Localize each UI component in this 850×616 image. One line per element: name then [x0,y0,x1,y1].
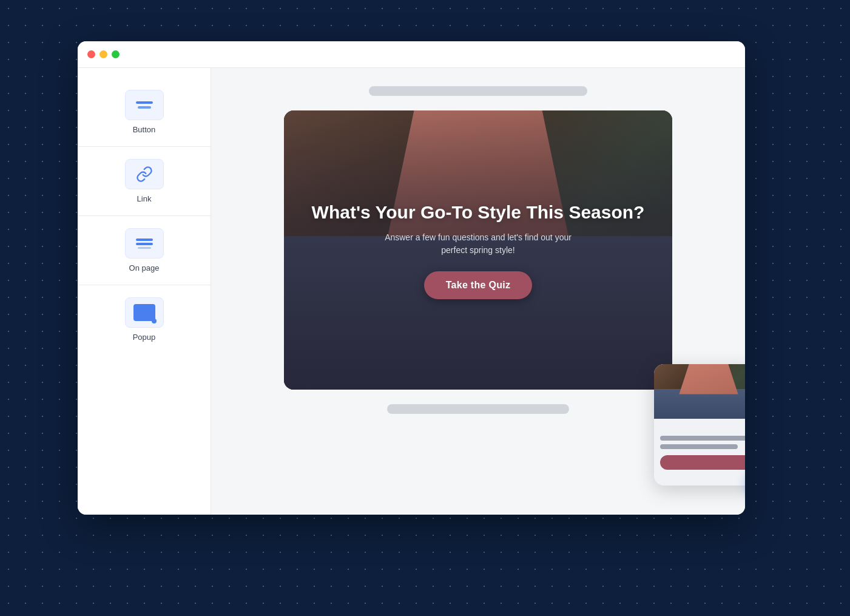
sidebar-item-popup[interactable]: Popup [78,285,211,354]
browser-window: Button Link [78,41,745,515]
window-controls [87,50,120,58]
button-tool-label: Button [133,125,156,134]
onpage-bar-2 [136,243,153,245]
close-dot[interactable] [87,50,95,58]
button-icon-line-top [136,101,153,104]
popup-tool-label: Popup [133,333,156,342]
minimize-dot[interactable] [100,50,107,58]
onpage-bar-3 [138,247,151,249]
hero-subtitle: Answer a few fun questions and let's fin… [375,231,581,257]
mobile-cta-button [660,455,745,470]
address-bar-top [369,86,587,96]
link-tool-label: Link [137,194,152,203]
hero-title: What's Your Go-To Style This Season? [312,201,645,224]
popup-icon [133,304,155,321]
link-icon-box [125,159,164,189]
mobile-preview-card [654,364,745,486]
sidebar-item-link[interactable]: Link [78,147,211,216]
mobile-text-line-1 [660,436,745,441]
browser-titlebar [78,41,745,68]
sidebar-item-button[interactable]: Button [78,78,211,147]
mobile-text-line-2 [660,444,738,449]
mobile-preview-content [654,419,745,486]
tool-sidebar: Button Link [78,68,211,515]
hero-content: What's Your Go-To Style This Season? Ans… [284,110,672,390]
mobile-preview-image [654,364,745,419]
sidebar-item-onpage[interactable]: On page [78,216,211,285]
maximize-dot[interactable] [112,50,120,58]
button-icon-line-mid [138,106,151,109]
onpage-icon-box [125,228,164,259]
popup-dot [152,319,157,323]
popup-bg [133,304,155,321]
hero-card: What's Your Go-To Style This Season? Ans… [284,110,672,390]
popup-icon-box [125,297,164,328]
link-icon [136,166,153,183]
browser-body: Button Link [78,68,745,515]
take-quiz-button[interactable]: Take the Quiz [424,271,533,299]
onpage-tool-label: On page [129,263,160,272]
button-icon [136,101,153,109]
button-icon-box [125,90,164,120]
onpage-icon [136,239,153,249]
onpage-bar-1 [136,239,153,241]
address-bar-bottom [387,404,569,414]
